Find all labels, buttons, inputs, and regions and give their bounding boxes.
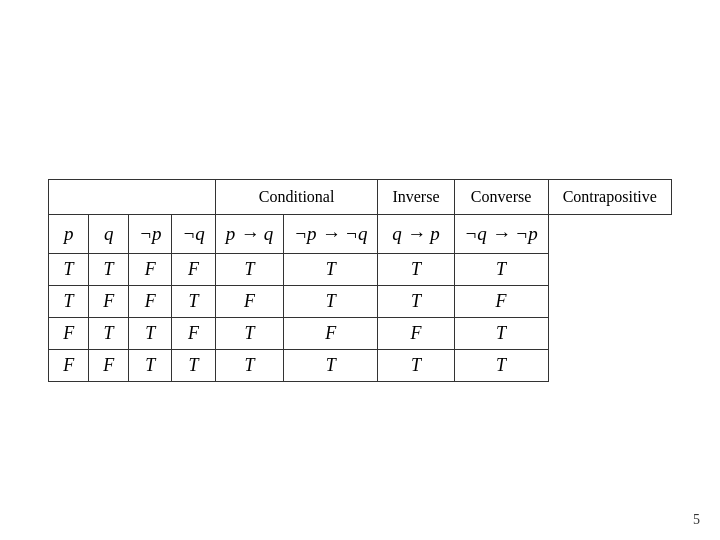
sym-q: q [89,214,129,253]
cell-3-2: T [89,317,129,349]
cell-4-7: T [378,349,454,381]
conditional-header: Conditional [215,179,378,214]
cell-2-6: T [284,285,378,317]
cell-4-8: T [454,349,548,381]
cell-4-1: F [49,349,89,381]
cell-3-8: T [454,317,548,349]
page-container: Conditional Inverse Converse Contraposit… [0,0,720,540]
data-row-4: F F T T T T T T [49,349,672,381]
cell-2-4: T [172,285,215,317]
cell-2-7: T [378,285,454,317]
cell-2-1: T [49,285,89,317]
cell-1-6: T [284,253,378,285]
sym-p: p [49,214,89,253]
sym-q-to-p: q → p [378,214,454,253]
contrapositive-header: Contrapositive [548,179,671,214]
cell-4-3: T [129,349,172,381]
symbol-row: p q ¬p ¬q p → q ¬p → ¬q q → p ¬q → ¬p [49,214,672,253]
cell-1-3: F [129,253,172,285]
cell-3-5: T [215,317,284,349]
cell-1-4: F [172,253,215,285]
logic-table: Conditional Inverse Converse Contraposit… [48,179,672,382]
cell-2-5: F [215,285,284,317]
cell-1-7: T [378,253,454,285]
cell-4-2: F [89,349,129,381]
converse-header: Converse [454,179,548,214]
page-number: 5 [693,512,700,528]
data-row-3: F T T F T F F T [49,317,672,349]
cell-2-8: F [454,285,548,317]
empty-header [49,179,216,214]
group-header-row: Conditional Inverse Converse Contraposit… [49,179,672,214]
cell-1-5: T [215,253,284,285]
cell-3-6: F [284,317,378,349]
cell-3-3: T [129,317,172,349]
cell-1-2: T [89,253,129,285]
sym-neg-p: ¬p [129,214,172,253]
cell-3-4: F [172,317,215,349]
sym-p-to-q: p → q [215,214,284,253]
inverse-header: Inverse [378,179,454,214]
table-wrapper: Conditional Inverse Converse Contraposit… [48,179,672,382]
cell-1-1: T [49,253,89,285]
cell-3-1: F [49,317,89,349]
data-row-1: T T F F T T T T [49,253,672,285]
cell-4-6: T [284,349,378,381]
cell-2-3: F [129,285,172,317]
cell-1-8: T [454,253,548,285]
cell-4-4: T [172,349,215,381]
sym-neg-p-to-neg-q: ¬p → ¬q [284,214,378,253]
data-row-2: T F F T F T T F [49,285,672,317]
cell-2-2: F [89,285,129,317]
cell-3-7: F [378,317,454,349]
cell-4-5: T [215,349,284,381]
sym-neg-q-to-neg-p: ¬q → ¬p [454,214,548,253]
sym-neg-q: ¬q [172,214,215,253]
